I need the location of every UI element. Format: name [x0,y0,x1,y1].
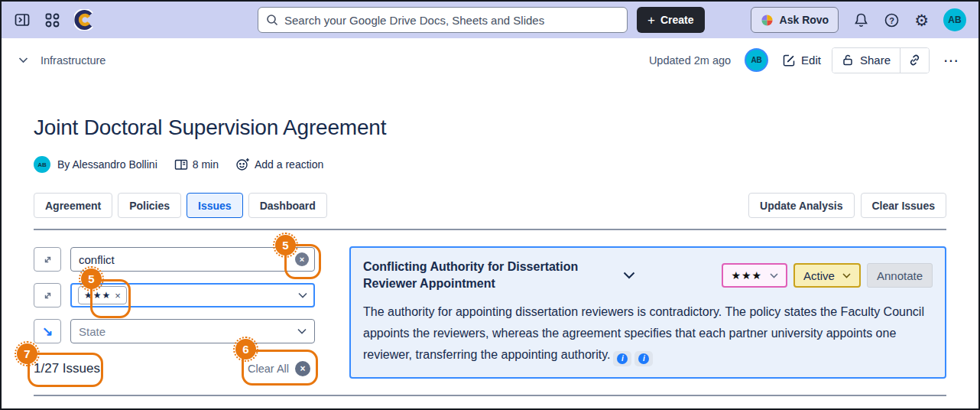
sidebar-toggle-icon[interactable] [14,11,31,28]
settings-gear-icon[interactable]: ⚙ [914,12,929,28]
breadcrumb-chevron-down-icon[interactable] [18,57,28,63]
help-icon[interactable]: ? [884,12,900,28]
smiley-plus-icon [235,158,250,171]
status-value: Active [803,269,835,282]
user-avatar[interactable]: AB [943,8,966,31]
share-button[interactable]: Share [832,48,900,73]
tab-issues[interactable]: Issues [187,193,243,218]
top-nav-bar: + Create Ask Rovo [2,2,978,38]
edit-button[interactable]: Edit [782,54,821,67]
chevron-down-icon [770,273,778,278]
author-name[interactable]: By Alessandro Bollini [57,158,157,171]
plus-icon: + [647,14,655,27]
issue-card: Conflicting Authority for Dissertation R… [349,246,946,379]
state-filter-select[interactable]: State [70,319,315,343]
filter-panel: × ★★★ × [34,239,324,382]
clear-all-button[interactable]: Clear All × [248,361,310,376]
add-reaction-button[interactable]: Add a reaction [235,158,323,171]
collapse-filter-icon[interactable]: ↘ [34,319,61,343]
issue-count: 1/27 Issues [34,361,100,376]
expand-filter-icon[interactable] [34,283,61,308]
issue-description: The authority for appointing dissertatio… [363,301,933,366]
unlock-icon [842,54,854,67]
top-divider [34,229,946,230]
app-window: + Create Ask Rovo [0,0,980,410]
chevron-down-icon [297,328,307,334]
state-placeholder: State [79,325,105,338]
severity-stars: ★★★ [731,269,762,281]
updated-timestamp: Updated 2m ago [649,54,731,67]
tab-dashboard[interactable]: Dashboard [248,193,327,218]
author-avatar[interactable]: AB [34,156,50,173]
update-analysis-button[interactable]: Update Analysis [748,193,854,218]
severity-filter-select[interactable]: ★★★ × [70,283,315,308]
create-button[interactable]: + Create [637,7,705,33]
remove-chip-icon[interactable]: × [115,291,121,301]
info-source-icon[interactable]: i [613,351,631,366]
chevron-down-icon [298,292,307,298]
info-source-icon[interactable]: i [634,351,653,366]
severity-chip[interactable]: ★★★ × [78,286,127,304]
chevron-down-icon [842,273,851,278]
ask-rovo-button[interactable]: Ask Rovo [751,7,839,33]
clear-search-icon[interactable]: × [295,252,309,266]
rovo-logo-icon [761,14,774,27]
tabs-row: Agreement Policies Issues Dashboard Upda… [34,193,946,218]
app-switcher-icon[interactable] [45,13,60,28]
editor-avatar[interactable]: AB [746,50,767,70]
bottom-divider [34,395,946,396]
more-actions-icon[interactable]: ⋯ [940,51,962,70]
annotate-button[interactable]: Annotate [867,263,933,288]
issue-title: Conflicting Authority for Dissertation R… [363,259,615,292]
stars-value: ★★★ [84,290,111,301]
byline: AB By Alessandro Bollini 8 min [34,156,946,173]
search-input[interactable] [284,14,619,27]
read-time: 8 min [174,158,219,171]
clear-issues-button[interactable]: Clear Issues [861,193,947,218]
share-button-group: Share [832,47,930,73]
search-icon [266,14,278,26]
tab-policies[interactable]: Policies [118,193,181,218]
svg-text:?: ? [889,15,894,24]
breadcrumb[interactable]: Infrastructure [41,54,105,67]
confluence-logo-icon[interactable] [74,9,96,31]
page-title: Joint Doctoral Supervision Agreement [34,116,946,140]
pencil-icon [782,54,796,67]
arrow-down-right-icon: ↘ [42,325,53,338]
collapse-issue-chevron-icon[interactable] [623,272,635,279]
tab-agreement[interactable]: Agreement [34,193,112,218]
issue-search-input[interactable] [70,247,315,272]
global-search [258,7,628,33]
clear-all-icon[interactable]: × [295,361,310,376]
page-header-bar: Infrastructure Updated 2m ago AB Edit [2,38,978,82]
severity-dropdown[interactable]: ★★★ [722,263,787,288]
notifications-bell-icon[interactable] [853,12,869,28]
status-dropdown[interactable]: Active [793,263,861,288]
copy-link-icon[interactable] [900,48,929,73]
expand-filter-icon[interactable] [34,247,61,272]
book-icon [174,159,188,171]
